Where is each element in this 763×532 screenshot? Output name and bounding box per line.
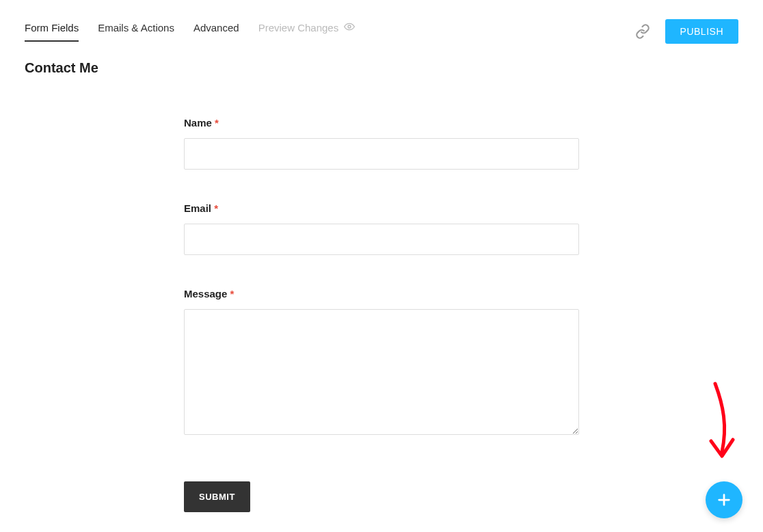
email-label: Email * — [184, 202, 579, 214]
link-icon[interactable] — [635, 24, 650, 39]
message-label-text: Message — [184, 288, 227, 300]
tab-preview-changes: Preview Changes — [258, 21, 356, 42]
annotation-arrow — [695, 378, 742, 474]
field-name: Name * — [184, 117, 579, 170]
name-label: Name * — [184, 117, 579, 129]
preview-changes-label: Preview Changes — [258, 22, 339, 34]
field-email: Email * — [184, 202, 579, 255]
required-indicator: * — [214, 202, 218, 214]
email-input[interactable] — [184, 224, 579, 255]
message-label: Message * — [184, 288, 579, 300]
tab-list: Form Fields Emails & Actions Advanced Pr… — [25, 21, 635, 42]
plus-icon — [717, 492, 732, 507]
required-indicator: * — [230, 288, 235, 300]
tab-emails-actions[interactable]: Emails & Actions — [98, 22, 174, 42]
add-button[interactable] — [706, 481, 742, 518]
form-area: Name * Email * Message * SUBMIT — [184, 117, 579, 512]
eye-icon — [344, 21, 355, 34]
page-title: Contact Me — [0, 44, 763, 76]
tab-advanced[interactable]: Advanced — [193, 22, 239, 42]
submit-button[interactable]: SUBMIT — [184, 481, 250, 512]
right-actions: PUBLISH — [635, 19, 738, 44]
publish-button[interactable]: PUBLISH — [665, 19, 738, 44]
name-input[interactable] — [184, 138, 579, 170]
required-indicator: * — [215, 117, 219, 129]
top-bar: Form Fields Emails & Actions Advanced Pr… — [0, 0, 763, 44]
svg-point-0 — [348, 25, 351, 28]
message-textarea[interactable] — [184, 309, 579, 435]
name-label-text: Name — [184, 117, 212, 129]
field-message: Message * — [184, 288, 579, 438]
tab-form-fields[interactable]: Form Fields — [25, 22, 79, 42]
email-label-text: Email — [184, 202, 211, 214]
